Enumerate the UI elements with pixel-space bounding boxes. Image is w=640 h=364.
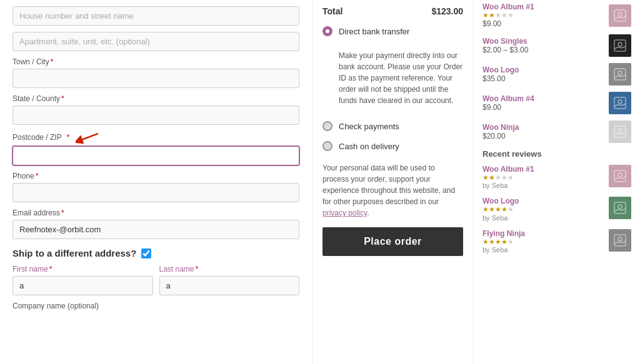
- product-list: Woo Album #1 ★★★★★ $9.00 Woo Singles $2.…: [482, 2, 631, 143]
- review-info: Flying Ninja ★★★★★ by Seba: [482, 229, 604, 253]
- product-link-1[interactable]: Woo Singles: [482, 37, 604, 46]
- email-label: Email address*: [12, 209, 299, 217]
- house-field-group: [12, 6, 299, 26]
- phone-input[interactable]: [12, 183, 299, 202]
- red-arrow-icon: [76, 131, 98, 144]
- review-thumb: [609, 229, 631, 252]
- svg-rect-12: [614, 170, 626, 182]
- review-item: Woo Logo ★★★★★ by Seba: [482, 197, 631, 221]
- review-info: Woo Logo ★★★★★ by Seba: [482, 197, 604, 221]
- product-item: Woo Album #4 $9.00: [482, 92, 631, 114]
- product-price: $35.00: [482, 74, 604, 83]
- product-link-0[interactable]: Woo Album #1: [482, 2, 604, 11]
- email-required: *: [61, 209, 64, 217]
- product-info: Woo Album #1 ★★★★★ $9.00: [482, 2, 604, 28]
- svg-point-17: [618, 237, 622, 241]
- review-by: by Seba: [482, 246, 604, 253]
- town-input[interactable]: [12, 69, 299, 88]
- product-price: $20.00: [482, 132, 604, 140]
- svg-rect-2: [614, 10, 626, 21]
- ship-different-checkbox[interactable]: [141, 248, 151, 258]
- review-product-link-1[interactable]: Woo Logo: [482, 197, 604, 205]
- total-label: Total: [322, 6, 342, 16]
- product-link-3[interactable]: Woo Album #4: [482, 94, 604, 103]
- product-item: Woo Album #1 ★★★★★ $9.00: [482, 2, 631, 28]
- apartment-input[interactable]: [12, 32, 299, 51]
- review-product-link-2[interactable]: Flying Ninja: [482, 229, 604, 238]
- review-thumb: [609, 165, 631, 187]
- product-info: Woo Singles $2.00 – $3.00: [482, 37, 604, 54]
- check-payments-option[interactable]: Check payments: [322, 120, 463, 132]
- svg-point-9: [618, 100, 622, 104]
- last-name-group: Last name*: [159, 265, 300, 295]
- privacy-text: Your personal data will be used to proce…: [322, 162, 463, 219]
- recent-reviews-title: Recent reviews: [482, 149, 631, 159]
- review-item: Flying Ninja ★★★★★ by Seba: [482, 229, 631, 253]
- privacy-policy-link[interactable]: privacy policy: [322, 209, 367, 217]
- first-name-required: *: [49, 265, 52, 273]
- review-stars: ★★★★★: [482, 238, 604, 246]
- state-input[interactable]: [12, 106, 299, 125]
- last-name-input[interactable]: [159, 276, 300, 295]
- product-link-4[interactable]: Woo Ninja: [482, 123, 604, 132]
- ship-different-label: Ship to a different address?: [12, 248, 136, 258]
- direct-transfer-option[interactable]: Direct bank transfer: [322, 25, 463, 37]
- house-input[interactable]: [12, 6, 299, 26]
- company-label: Company name (optional): [12, 302, 299, 310]
- name-row: First name* Last name*: [12, 265, 299, 302]
- product-item: Woo Singles $2.00 – $3.00: [482, 34, 631, 57]
- phone-required: *: [36, 172, 39, 180]
- svg-rect-16: [614, 235, 626, 246]
- last-name-label: Last name*: [159, 265, 300, 273]
- product-thumb: [609, 63, 631, 86]
- svg-point-11: [618, 129, 622, 132]
- cash-delivery-label: Cash on delivery: [339, 142, 399, 151]
- place-order-button[interactable]: Place order: [322, 227, 463, 256]
- payment-section: Total $123.00 Direct bank transfer Make …: [312, 0, 474, 364]
- product-info: Woo Album #4 $9.00: [482, 94, 604, 112]
- product-thumb: [609, 34, 631, 57]
- checkout-form: Town / City* State / County* Postcode / …: [0, 0, 312, 364]
- check-payments-radio[interactable]: [322, 121, 332, 131]
- product-thumb: [609, 121, 631, 143]
- svg-point-5: [618, 42, 622, 46]
- product-link-2[interactable]: Woo Logo: [482, 66, 604, 74]
- postcode-input[interactable]: [12, 146, 299, 165]
- product-item: Woo Ninja $20.00: [482, 121, 631, 143]
- product-price: $2.00 – $3.00: [482, 46, 604, 54]
- direct-transfer-description: Make your payment directly into our bank…: [322, 45, 463, 111]
- svg-rect-10: [614, 126, 626, 137]
- review-thumb: [609, 197, 631, 219]
- total-value: $123.00: [431, 6, 463, 16]
- first-name-label: First name*: [12, 265, 153, 273]
- product-price: $9.00: [482, 19, 604, 28]
- review-product-link-0[interactable]: Woo Album #1: [482, 165, 604, 174]
- review-info: Woo Album #1 ★★★★★ by Seba: [482, 165, 604, 189]
- svg-rect-4: [614, 40, 626, 51]
- cash-delivery-option[interactable]: Cash on delivery: [322, 140, 463, 152]
- cash-delivery-radio[interactable]: [322, 141, 332, 151]
- svg-point-15: [618, 205, 622, 209]
- svg-rect-6: [614, 69, 626, 80]
- review-item: Woo Album #1 ★★★★★ by Seba: [482, 165, 631, 189]
- town-field-group: Town / City*: [12, 57, 299, 88]
- product-info: Woo Logo $35.00: [482, 66, 604, 83]
- order-total-row: Total $123.00: [322, 6, 463, 16]
- product-item: Woo Logo $35.00: [482, 63, 631, 86]
- last-name-required: *: [196, 265, 199, 273]
- product-price: $9.00: [482, 103, 604, 112]
- postcode-label: Postcode / ZIP*: [12, 131, 299, 144]
- ship-different-section: Ship to a different address?: [12, 248, 299, 258]
- direct-transfer-label: Direct bank transfer: [339, 27, 409, 36]
- review-stars: ★★★★★: [482, 174, 604, 182]
- direct-transfer-radio[interactable]: [322, 26, 332, 36]
- product-info: Woo Ninja $20.00: [482, 123, 604, 140]
- product-thumb: [609, 4, 631, 27]
- postcode-field-group: Postcode / ZIP*: [12, 131, 299, 165]
- review-by: by Seba: [482, 182, 604, 189]
- review-stars: ★★★★★: [482, 205, 604, 214]
- email-input[interactable]: [12, 220, 299, 239]
- reviews-list: Woo Album #1 ★★★★★ by Seba Woo Logo ★★★★…: [482, 165, 631, 253]
- first-name-input[interactable]: [12, 276, 153, 295]
- company-field-group: Company name (optional): [12, 302, 299, 310]
